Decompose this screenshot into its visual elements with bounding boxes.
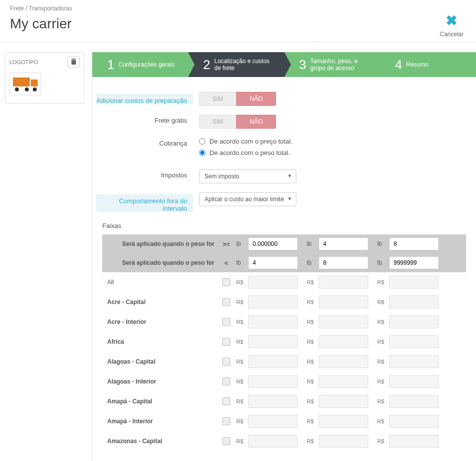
price-input[interactable] [389,355,439,368]
price-col: R$ [236,296,298,308]
price-input[interactable] [319,435,368,448]
free-shipping-toggle[interactable]: SIM NÃO [199,115,276,129]
range-input[interactable] [389,256,439,269]
toggle-yes[interactable]: SIM [199,115,236,129]
price-input[interactable] [248,415,298,428]
range-input[interactable] [389,237,439,250]
price-input[interactable] [319,395,368,408]
price-input[interactable] [319,355,368,368]
zone-inputs: R$R$R$ [236,435,461,448]
price-col: R$ [307,435,368,448]
unit-label: lb [377,259,386,266]
zone-row: AfricaR$R$R$ [102,332,466,352]
price-input[interactable] [319,315,368,328]
price-input[interactable] [248,335,298,348]
price-col: R$ [377,375,439,388]
zone-row: Amapá - CapitalR$R$R$ [102,391,466,411]
price-col: R$ [307,296,368,308]
add-handling-toggle[interactable]: SIM NÃO [199,92,276,106]
price-col: R$ [307,375,368,388]
range-col: lb [236,237,298,250]
currency-label: R$ [307,418,316,424]
price-input[interactable] [319,296,368,308]
step-size[interactable]: 3 Tamanho, peso, e grupo de acesso [284,52,380,77]
price-input[interactable] [319,276,368,289]
zone-inputs: R$R$R$ [236,375,461,388]
zone-checkbox-cell [221,378,231,385]
zone-name: Amazonas - Capital [107,438,216,445]
zone-checkbox[interactable] [222,358,230,366]
zone-checkbox[interactable] [222,278,230,286]
price-col: R$ [236,375,298,388]
price-input[interactable] [248,395,298,408]
zone-checkbox-cell [221,417,231,425]
zone-checkbox-cell [221,358,231,366]
step-shipping[interactable]: 2 Localização e custos de frete [188,52,284,77]
price-input[interactable] [389,395,439,408]
breadcrumb-root[interactable]: Frete [10,5,24,12]
cancel-button[interactable]: ✖ Cancelar [440,12,464,38]
ranges-header: Será aplicado quando o peso for >= lblbl… [102,234,466,272]
price-col: R$ [377,395,439,408]
price-input[interactable] [389,415,439,428]
range-input[interactable] [248,237,298,250]
tax-label: Impostos [161,168,193,179]
currency-label: R$ [307,339,316,345]
price-input[interactable] [248,355,298,368]
wizard-steps: 1 Configurações gerais 2 Localização e c… [92,52,476,77]
price-input[interactable] [319,415,368,428]
currency-label: R$ [307,319,316,325]
zone-row: Amazonas - CapitalR$R$R$ [102,431,466,451]
range-input[interactable] [319,256,368,269]
toggle-no[interactable]: NÃO [236,115,276,129]
price-col: R$ [307,415,368,428]
zone-checkbox[interactable] [222,397,230,405]
delete-logo-button[interactable] [68,57,80,68]
breadcrumb: Frete / Transportadoras [10,5,466,12]
price-input[interactable] [389,315,439,328]
billing-price-radio[interactable]: De acordo com o preço total. [199,138,292,145]
price-input[interactable] [319,375,368,388]
price-input[interactable] [319,335,368,348]
price-input[interactable] [389,276,439,289]
price-input[interactable] [389,435,439,448]
price-input[interactable] [389,296,439,308]
toggle-yes[interactable]: SIM [199,92,236,106]
price-input[interactable] [389,375,439,388]
zone-name: Alagoas - Interior [107,378,216,385]
currency-label: R$ [236,359,245,365]
price-input[interactable] [248,375,298,388]
price-input[interactable] [248,276,298,289]
price-input[interactable] [248,435,298,448]
price-input[interactable] [389,335,439,348]
unit-label: lb [377,240,386,247]
carrier-logo[interactable] [9,73,41,95]
step-general[interactable]: 1 Configurações gerais [92,52,188,77]
zone-checkbox-cell [221,318,231,326]
price-col: R$ [236,335,298,348]
price-input[interactable] [248,296,298,308]
currency-label: R$ [307,438,316,444]
currency-label: R$ [236,438,245,444]
zone-checkbox[interactable] [222,298,230,306]
range-input[interactable] [248,256,298,269]
zone-checkbox[interactable] [222,318,230,326]
price-col: R$ [236,355,298,368]
price-input[interactable] [248,315,298,328]
oor-select[interactable]: Aplicar o custo ao maior limite [199,192,296,206]
zone-inputs: R$R$R$ [236,355,461,368]
zone-checkbox[interactable] [222,437,230,445]
zone-checkbox[interactable] [222,378,230,385]
zone-checkbox[interactable] [222,338,230,346]
toggle-no[interactable]: NÃO [236,92,276,106]
breadcrumb-current: Transportadoras [29,5,72,12]
logo-panel-title: LOGOTIPO [9,59,38,65]
tax-select[interactable]: Sem imposto [199,169,296,183]
currency-label: R$ [377,319,386,325]
billing-weight-radio[interactable]: De acordo com o peso total. [199,149,292,156]
step-summary[interactable]: 4 Resumo [380,52,476,77]
currency-label: R$ [377,418,386,424]
range-input[interactable] [319,237,368,250]
page-header: Frete / Transportadoras My carrier ✖ Can… [0,0,476,42]
zone-checkbox[interactable] [222,417,230,425]
